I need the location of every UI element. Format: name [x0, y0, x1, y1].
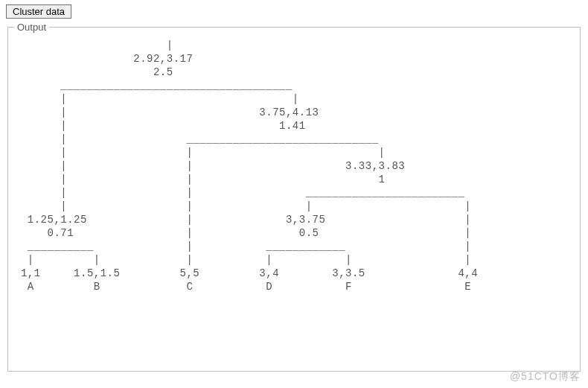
cluster-data-button[interactable]: Cluster data: [6, 4, 71, 19]
cluster-tree-output: | 2.92,3.17 2.5 ________________________…: [14, 39, 574, 293]
output-legend: Output: [14, 22, 49, 33]
watermark-text: @51CTO博客: [510, 370, 581, 384]
output-fieldset: Output | 2.92,3.17 2.5 _________________…: [7, 22, 581, 372]
